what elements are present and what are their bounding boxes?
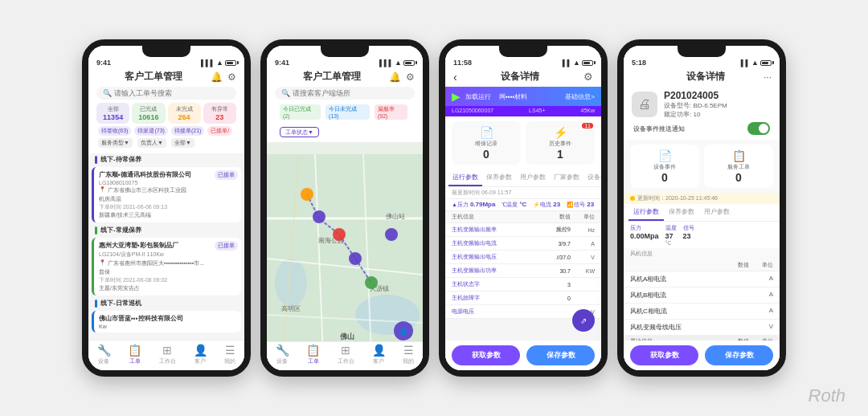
nav-workspace-label: 工作台: [159, 357, 176, 365]
filter-daishou[interactable]: 待签收(63): [98, 126, 131, 136]
settings-icon[interactable]: ⚙: [227, 71, 236, 83]
section3-header: 线下-日常巡机: [88, 297, 244, 309]
p4-stat-workorders[interactable]: 📋 服务工单 0: [704, 145, 773, 188]
event-toggle[interactable]: [747, 122, 770, 135]
battery-icon: [225, 60, 236, 66]
param-name-2: 主机变频输出电压: [452, 253, 538, 261]
nav-device[interactable]: 🔧 设备: [97, 344, 111, 365]
nav2-client[interactable]: 👤 客户: [372, 344, 386, 365]
phone4-more-icon[interactable]: ···: [764, 71, 772, 83]
ptv-signal: 信号 23: [683, 224, 694, 246]
p4-stat-events[interactable]: 📄 设备事件 0: [630, 145, 699, 188]
svg-point-14: [313, 210, 326, 223]
filter-yijie[interactable]: 已接单/: [207, 126, 232, 136]
filter-daijie[interactable]: 待接单(21): [171, 126, 204, 136]
stat-all[interactable]: 全部 11354: [96, 103, 129, 124]
wo-card3[interactable]: 佛山市晋蓝▪▪▪控科技有限公司 Kw: [92, 311, 241, 332]
svg-point-16: [349, 252, 362, 265]
tab-device[interactable]: 设备参: [583, 169, 601, 186]
phone4-time: 5:18: [632, 59, 646, 67]
p4-tab-maintain[interactable]: 保养参数: [664, 204, 699, 221]
nav-workspace[interactable]: ⊞ 工作台: [159, 344, 176, 365]
settings-icon2[interactable]: ⚙: [406, 71, 415, 83]
phone3-power: 45Kw: [580, 108, 595, 113]
wo-card3-kw: Kw: [99, 324, 236, 329]
phone1-search-input[interactable]: [114, 89, 230, 97]
ptv-temp-unit: °C: [665, 240, 677, 246]
nav2-workorder[interactable]: 📋 工单: [306, 344, 320, 365]
tab-maintain[interactable]: 保养参数: [482, 169, 516, 186]
nav2-workspace-label: 工作台: [338, 357, 354, 365]
indicator-pressure: ▲压力 0.79Mpa: [452, 201, 495, 209]
p4-btn-save[interactable]: 保存参数: [705, 345, 773, 365]
p4-tab-user[interactable]: 用户参数: [699, 204, 735, 221]
phone1-wrapper: 9:41 ▌▌▌ ▲ 客户工单管理 🔔 ⚙: [82, 39, 251, 377]
phone1-search-bar[interactable]: 🔍: [96, 87, 236, 100]
stat-undone-label: 未完成: [171, 105, 198, 113]
wo-card2-location-text: 广东省惠州市惠阳区大▪▪▪▪▪▪▪▪▪▪▪▪▪▪▪市...: [108, 259, 204, 267]
fan-param-2: 风机C相电流 A: [624, 304, 780, 320]
stat-urgent[interactable]: 有异常 23: [203, 103, 236, 124]
param-val-2: //37.0: [538, 255, 571, 260]
tab-user[interactable]: 用户参数: [516, 169, 550, 186]
nav2-device[interactable]: 🔧 设备: [276, 344, 289, 365]
fan-param-1: 风机B相电流 A: [624, 288, 780, 304]
back-arrow[interactable]: ‹: [453, 71, 457, 84]
bell-icon2[interactable]: 🔔: [389, 71, 401, 83]
history-icon: ⚡: [554, 126, 567, 139]
basics-btn[interactable]: 基础信息>: [565, 92, 595, 101]
wo-card1[interactable]: 已接单 广东顺▪德通讯科技股份有限公司 LG1808010075 📍 广东省佛山…: [92, 167, 241, 222]
events-icon: 📄: [658, 149, 672, 162]
badge-miss[interactable]: 漏服率(92): [375, 104, 407, 120]
nav2-client-icon: 👤: [372, 344, 386, 357]
phone1-bottom-nav: 🔧 设备 📋 工单 ⊞ 工作台 👤 客户: [88, 340, 244, 370]
filter-service-type[interactable]: 服务类型▼: [98, 138, 133, 148]
stat-done[interactable]: 已完成 10616: [132, 103, 165, 124]
phone2-search-input[interactable]: [293, 89, 408, 97]
badge-done[interactable]: 今日已完成(2): [280, 104, 321, 120]
filter-person[interactable]: 负责人▼: [137, 138, 166, 148]
btn-get-params[interactable]: 获取参数: [452, 345, 520, 365]
stat-undone[interactable]: 未完成 264: [168, 103, 201, 124]
nav-workorder[interactable]: 📋 工单: [128, 344, 141, 365]
nav2-me[interactable]: ☰ 我的: [403, 344, 414, 365]
nav2-workspace[interactable]: ⊞ 工作台: [338, 344, 354, 365]
phone4-tabs: 运行参数 保养参数 用户参数: [624, 204, 780, 222]
stats-card-maintain[interactable]: 📄 维保记录 0: [452, 121, 521, 165]
nav-workorder-icon: 📋: [128, 344, 141, 357]
phone2-map[interactable]: 南海公园 大沥镇 佛山 高明区 佛山站: [267, 142, 423, 367]
phone1-status-icons: ▌▌▌ ▲: [201, 59, 236, 67]
section1-header: 线下-待常保养: [88, 153, 244, 165]
tab-running[interactable]: 运行参数: [448, 169, 482, 186]
filter-wo-status[interactable]: 工单状态▼: [280, 127, 319, 137]
param-name-0: 主机变频输出频率: [452, 226, 538, 234]
device-avatar-icon: 🖨: [638, 97, 651, 112]
filter-daipai[interactable]: 待派遣(73): [134, 126, 167, 136]
nav-client[interactable]: 👤 客户: [194, 344, 207, 365]
filter-all[interactable]: 全部▼: [171, 138, 194, 148]
location-icon: 📍: [99, 186, 106, 193]
stats-card-history[interactable]: 11 ⚡ 历史事件 1: [526, 121, 595, 165]
ptv-pressure-label: 压力: [630, 224, 659, 232]
p4-tab-running[interactable]: 运行参数: [628, 204, 664, 221]
wifi-icon2: ▲: [395, 59, 402, 67]
wo-card2[interactable]: 已接单 惠州大亚湾塑▪彩包装制品厂 LG2104/设备PM-II 110Kw 📍…: [92, 238, 241, 296]
btn-save-params[interactable]: 保存参数: [526, 345, 595, 365]
bell-icon[interactable]: 🔔: [211, 71, 223, 83]
stat-all-label: 全部: [100, 105, 126, 113]
tab-factory[interactable]: 厂家参数: [550, 169, 583, 186]
p4-btn-get[interactable]: 获取参数: [630, 345, 698, 365]
phone2-search-bar[interactable]: 🔍: [275, 87, 415, 100]
maintain-label: 维保记录: [456, 140, 517, 148]
badge-undone[interactable]: 今日未完成(13): [326, 104, 370, 120]
param-unit-0: Hz: [571, 227, 595, 233]
nav2-me-icon: ☰: [403, 344, 414, 357]
nav-me[interactable]: ☰ 我的: [224, 344, 235, 365]
share-fab[interactable]: ⇗: [572, 309, 595, 332]
phone1-status-bar: 9:41 ▌▌▌ ▲: [88, 46, 244, 68]
param-val-1: 3/9.7: [538, 241, 571, 247]
fan-name-2: 风机C相电流: [630, 307, 717, 316]
phone3-settings-icon[interactable]: ⚙: [583, 71, 593, 83]
running-status-text: 加载运行: [465, 92, 491, 101]
maintain-num: 0: [456, 148, 517, 161]
